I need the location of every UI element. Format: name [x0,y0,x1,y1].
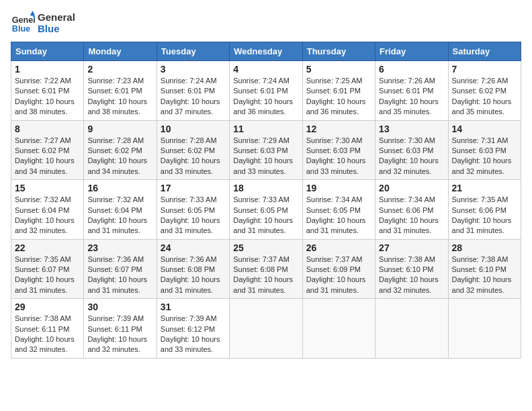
day-info: Sunrise: 7:26 AM Sunset: 6:02 PM Dayligh… [452,76,517,118]
sunrise-text: Sunrise: 7:39 AM [87,314,144,322]
daylight-text: Daylight: 10 hours and 31 minutes. [306,216,366,234]
weekday-header-wednesday: Wednesday [230,42,302,61]
day-number: 7 [452,64,517,75]
day-number: 4 [233,64,298,75]
calendar-cell: 31 Sunrise: 7:39 AM Sunset: 6:12 PM Dayl… [157,299,229,359]
daylight-text: Daylight: 10 hours and 32 minutes. [452,275,512,293]
calendar-cell: 5 Sunrise: 7:25 AM Sunset: 6:01 PM Dayli… [302,61,375,121]
day-number: 11 [233,124,298,134]
day-info: Sunrise: 7:34 AM Sunset: 6:06 PM Dayligh… [379,195,444,236]
daylight-text: Daylight: 10 hours and 35 minutes. [379,97,439,116]
calendar-cell: 13 Sunrise: 7:30 AM Sunset: 6:03 PM Dayl… [375,120,448,180]
calendar-cell: 10 Sunrise: 7:28 AM Sunset: 6:02 PM Dayl… [157,120,229,180]
sunrise-text: Sunrise: 7:26 AM [452,77,508,85]
page-header: General Blue General Blue [11,11,521,35]
day-number: 2 [87,64,152,75]
day-number: 13 [379,124,444,134]
daylight-text: Daylight: 10 hours and 33 minutes. [233,156,293,175]
day-info: Sunrise: 7:27 AM Sunset: 6:02 PM Dayligh… [15,136,80,177]
day-number: 28 [452,242,517,253]
sunrise-text: Sunrise: 7:35 AM [452,195,508,203]
day-info: Sunrise: 7:25 AM Sunset: 6:01 PM Dayligh… [306,76,371,118]
calendar-cell: 30 Sunrise: 7:39 AM Sunset: 6:11 PM Dayl… [84,299,157,359]
calendar-cell: 24 Sunrise: 7:36 AM Sunset: 6:08 PM Dayl… [157,239,229,299]
calendar-cell: 9 Sunrise: 7:28 AM Sunset: 6:02 PM Dayli… [84,120,157,180]
day-info: Sunrise: 7:38 AM Sunset: 6:10 PM Dayligh… [452,255,517,296]
daylight-text: Daylight: 10 hours and 38 minutes. [15,97,75,116]
calendar-cell: 1 Sunrise: 7:22 AM Sunset: 6:01 PM Dayli… [11,61,84,121]
sunset-text: Sunset: 6:05 PM [233,206,287,214]
day-number: 17 [161,183,226,193]
calendar-cell: 22 Sunrise: 7:35 AM Sunset: 6:07 PM Dayl… [11,239,84,299]
sunset-text: Sunset: 6:11 PM [15,325,69,333]
day-number: 25 [233,242,298,253]
svg-text:Blue: Blue [12,24,30,34]
daylight-text: Daylight: 10 hours and 31 minutes. [379,216,439,234]
weekday-header-tuesday: Tuesday [157,42,229,61]
calendar-cell: 7 Sunrise: 7:26 AM Sunset: 6:02 PM Dayli… [448,61,521,121]
daylight-text: Daylight: 10 hours and 36 minutes. [306,97,366,116]
sunset-text: Sunset: 6:12 PM [161,325,215,333]
daylight-text: Daylight: 10 hours and 31 minutes. [15,275,75,293]
sunset-text: Sunset: 6:01 PM [306,87,361,95]
calendar-cell: 29 Sunrise: 7:38 AM Sunset: 6:11 PM Dayl… [11,299,84,359]
calendar-cell: 12 Sunrise: 7:30 AM Sunset: 6:03 PM Dayl… [302,120,375,180]
sunrise-text: Sunrise: 7:32 AM [87,195,144,203]
daylight-text: Daylight: 10 hours and 33 minutes. [306,156,366,175]
sunset-text: Sunset: 6:02 PM [452,87,506,95]
sunset-text: Sunset: 6:04 PM [87,206,142,214]
day-info: Sunrise: 7:34 AM Sunset: 6:05 PM Dayligh… [306,195,371,236]
sunset-text: Sunset: 6:05 PM [161,206,215,214]
day-info: Sunrise: 7:36 AM Sunset: 6:08 PM Dayligh… [161,255,226,296]
sunrise-text: Sunrise: 7:24 AM [233,77,290,85]
sunset-text: Sunset: 6:10 PM [379,265,433,273]
day-number: 5 [306,64,371,75]
day-number: 14 [452,124,517,134]
day-info: Sunrise: 7:37 AM Sunset: 6:09 PM Dayligh… [306,255,371,296]
sunset-text: Sunset: 6:07 PM [87,265,142,273]
day-info: Sunrise: 7:35 AM Sunset: 6:06 PM Dayligh… [452,195,517,236]
day-info: Sunrise: 7:26 AM Sunset: 6:01 PM Dayligh… [379,76,444,118]
daylight-text: Daylight: 10 hours and 31 minutes. [87,275,147,293]
sunset-text: Sunset: 6:08 PM [161,265,215,273]
daylight-text: Daylight: 10 hours and 32 minutes. [379,275,439,293]
calendar-cell: 28 Sunrise: 7:38 AM Sunset: 6:10 PM Dayl… [448,239,521,299]
sunrise-text: Sunrise: 7:36 AM [87,255,144,263]
logo: General Blue General Blue [11,11,75,35]
day-number: 16 [87,183,152,193]
calendar-cell: 8 Sunrise: 7:27 AM Sunset: 6:02 PM Dayli… [11,120,84,180]
daylight-text: Daylight: 10 hours and 31 minutes. [233,216,293,234]
day-number: 23 [87,242,152,253]
day-info: Sunrise: 7:29 AM Sunset: 6:03 PM Dayligh… [233,136,298,177]
calendar-cell: 15 Sunrise: 7:32 AM Sunset: 6:04 PM Dayl… [11,180,84,240]
sunset-text: Sunset: 6:03 PM [379,146,433,154]
daylight-text: Daylight: 10 hours and 35 minutes. [452,97,512,116]
day-info: Sunrise: 7:35 AM Sunset: 6:07 PM Dayligh… [15,255,80,296]
day-info: Sunrise: 7:24 AM Sunset: 6:01 PM Dayligh… [233,76,298,118]
sunrise-text: Sunrise: 7:26 AM [379,77,435,85]
calendar-cell: 17 Sunrise: 7:33 AM Sunset: 6:05 PM Dayl… [157,180,229,240]
day-number: 26 [306,242,371,253]
calendar-cell: 6 Sunrise: 7:26 AM Sunset: 6:01 PM Dayli… [375,61,448,121]
day-info: Sunrise: 7:38 AM Sunset: 6:11 PM Dayligh… [15,314,80,355]
calendar-cell: 18 Sunrise: 7:33 AM Sunset: 6:05 PM Dayl… [230,180,302,240]
daylight-text: Daylight: 10 hours and 38 minutes. [87,97,147,116]
daylight-text: Daylight: 10 hours and 34 minutes. [87,156,147,175]
day-info: Sunrise: 7:30 AM Sunset: 6:03 PM Dayligh… [379,136,444,177]
daylight-text: Daylight: 10 hours and 31 minutes. [452,216,512,234]
day-info: Sunrise: 7:39 AM Sunset: 6:11 PM Dayligh… [87,314,152,355]
calendar-cell: 14 Sunrise: 7:31 AM Sunset: 6:03 PM Dayl… [448,120,521,180]
sunset-text: Sunset: 6:11 PM [87,325,142,333]
calendar-cell: 21 Sunrise: 7:35 AM Sunset: 6:06 PM Dayl… [448,180,521,240]
calendar-cell: 11 Sunrise: 7:29 AM Sunset: 6:03 PM Dayl… [230,120,302,180]
daylight-text: Daylight: 10 hours and 32 minutes. [15,335,75,353]
day-info: Sunrise: 7:32 AM Sunset: 6:04 PM Dayligh… [87,195,152,236]
day-info: Sunrise: 7:32 AM Sunset: 6:04 PM Dayligh… [15,195,80,236]
sunset-text: Sunset: 6:08 PM [233,265,287,273]
daylight-text: Daylight: 10 hours and 34 minutes. [15,156,75,175]
sunrise-text: Sunrise: 7:28 AM [161,136,217,144]
calendar-cell: 25 Sunrise: 7:37 AM Sunset: 6:08 PM Dayl… [230,239,302,299]
calendar-cell: 3 Sunrise: 7:24 AM Sunset: 6:01 PM Dayli… [157,61,229,121]
day-number: 8 [15,124,80,134]
daylight-text: Daylight: 10 hours and 31 minutes. [233,275,293,293]
